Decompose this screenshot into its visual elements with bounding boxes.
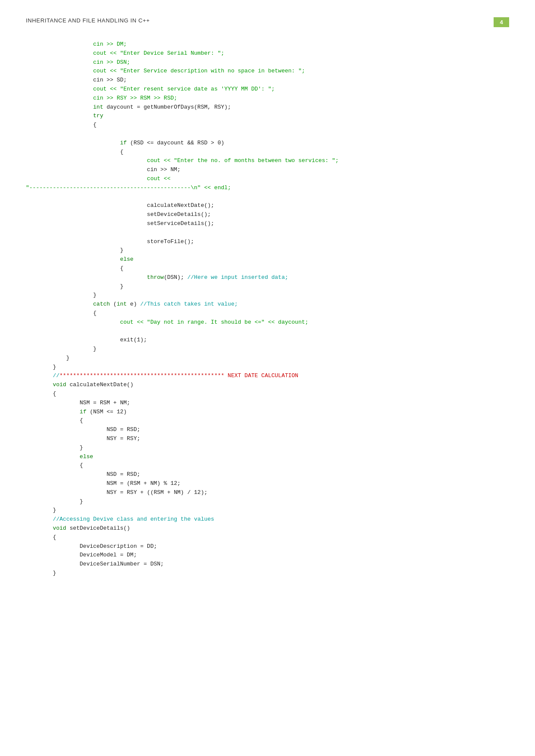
page: INHERITANCE AND FILE HANDLING IN C++ 4 c… <box>0 0 535 756</box>
page-header: INHERITANCE AND FILE HANDLING IN C++ 4 <box>26 17 509 27</box>
document-title: INHERITANCE AND FILE HANDLING IN C++ <box>26 17 150 24</box>
page-number: 4 <box>494 17 509 27</box>
code-content: cin >> DM; cout << "Enter Device Serial … <box>26 40 509 578</box>
